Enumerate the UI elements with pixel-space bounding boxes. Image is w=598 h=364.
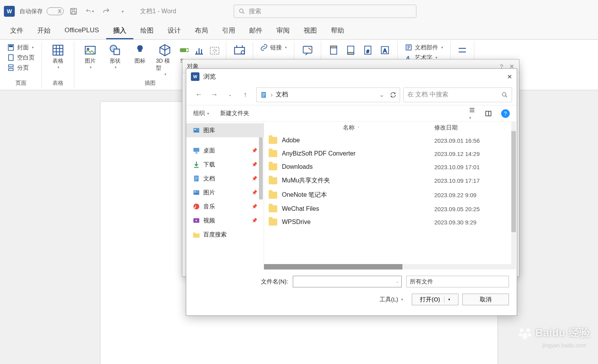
organize-button[interactable]: 组织▾ [193,110,209,117]
save-icon[interactable] [69,7,78,16]
tree-item-downloads[interactable]: 下载📌 [186,158,264,172]
filename-input[interactable]: ⌄ [293,276,402,287]
shapes-icon [108,44,122,57]
page-number-button[interactable]: # [360,43,376,58]
refresh-icon[interactable] [390,91,397,98]
tab-view[interactable]: 视图 [297,23,324,39]
file-filter-dropdown[interactable]: 所有文件 [406,276,509,287]
word-file-icon: W [191,72,199,81]
help-button[interactable]: ? [501,109,510,118]
list-item[interactable]: Downloads2023.10.09 17:01 [264,160,517,173]
chevron-down-icon[interactable]: ⌄ [379,91,384,98]
desktop-icon [192,147,200,154]
nav-up-button[interactable]: ↑ [238,88,253,102]
link-button[interactable]: 链接▾ [258,43,289,52]
qat-customize-icon[interactable]: ▾ [118,7,127,16]
svg-text:#: # [367,49,369,54]
titlebar: W 自动保存 关 ▾ ▾ 文档1 - Word 搜索 [0,0,598,23]
search-icon [239,8,245,14]
close-icon[interactable]: ✕ [507,73,512,80]
column-date[interactable]: 修改日期 [434,124,512,131]
nav-forward-button[interactable]: → [206,88,222,102]
breadcrumb-item[interactable]: 文档 [276,91,288,99]
svg-rect-10 [114,49,119,54]
group-table: 表格▾ 表格 [42,41,74,88]
list-item[interactable]: MuMu共享文件夹2023.10.09 17:17 [264,173,517,188]
nav-recent-dropdown[interactable]: ⌄ [222,88,238,102]
horizontal-scrollbar[interactable] [264,264,511,270]
tree-item-desktop[interactable]: 桌面📌 [186,144,264,158]
browse-search-input[interactable]: 在 文档 中搜索 [403,88,512,102]
doc-parts-button[interactable]: 文档部件▾ [402,43,446,52]
header-button[interactable] [326,43,341,58]
icons-button[interactable]: 图标 [129,43,151,78]
cancel-button[interactable]: 取消 [462,294,509,305]
tab-officeplus[interactable]: OfficePLUS [58,23,106,38]
picture-icon [192,126,200,134]
picture-button[interactable]: 图片▾ [79,43,101,78]
tab-review[interactable]: 审阅 [269,23,297,39]
tab-draw[interactable]: 绘图 [133,23,161,39]
textbox-button[interactable]: A [377,43,393,58]
comment-button[interactable] [299,43,316,58]
svg-rect-18 [330,46,337,48]
browse-body: 图库 桌面📌 下载📌 文档📌 图片📌 音乐📌 [186,122,517,270]
undo-icon[interactable]: ▾ [86,7,94,16]
document-icon [192,175,200,182]
tree-item-documents[interactable]: 文档📌 [186,172,264,186]
tab-help[interactable]: 帮助 [324,23,351,39]
tab-design[interactable]: 设计 [161,23,188,39]
autosave-toggle[interactable]: 关 [47,7,64,15]
page-number-icon: # [361,44,374,57]
tab-file[interactable]: 文件 [3,23,30,39]
search-input[interactable]: 搜索 [234,5,416,18]
nav-back-button[interactable]: ← [191,88,206,102]
tree-item-gallery[interactable]: 图库 [186,123,264,137]
tree-scrollbar[interactable] [259,137,263,200]
tools-dropdown[interactable]: 工具(L)▾ [379,296,403,303]
tab-references[interactable]: 引用 [215,23,242,39]
tree-item-pictures[interactable]: 图片📌 [186,186,264,200]
list-item[interactable]: OneNote 笔记本2023.09.22 9:09 [264,188,517,202]
table-button[interactable]: 表格▾ [47,43,69,70]
svg-point-28 [502,93,506,96]
shapes-button[interactable]: 形状▾ [104,43,126,78]
pin-icon: 📌 [252,190,257,195]
tab-layout[interactable]: 布局 [188,23,215,39]
footer-button[interactable] [343,43,358,58]
folder-icon [269,192,277,199]
cover-page-button[interactable]: 封面▾ [5,43,37,52]
download-icon [192,161,200,168]
column-name[interactable]: 名称⌃ [269,124,434,131]
list-item[interactable]: Adobe2023.09.01 16:56 [264,134,517,147]
open-button[interactable]: 打开(O)▾ [412,294,458,305]
breadcrumb-bar[interactable]: › 文档 ⌄ [256,88,400,102]
footer-icon [344,44,357,57]
folder-icon [269,219,277,226]
blank-page-button[interactable]: 空白页 [5,53,37,62]
new-folder-button[interactable]: 新建文件夹 [220,110,249,117]
tree-item-baidu[interactable]: 百度搜索 [186,228,264,242]
filename-label: 文件名(N): [261,278,288,285]
svg-rect-5 [9,55,13,61]
pin-icon: 📌 [252,162,257,167]
tab-mailings[interactable]: 邮件 [242,23,269,39]
tab-insert[interactable]: 插入 [106,23,133,39]
equation-button[interactable] [455,43,469,58]
addins-button[interactable] [231,43,248,58]
comment-icon [301,44,314,57]
page-break-button[interactable]: 分页 [5,63,37,72]
redo-icon[interactable] [102,7,110,16]
view-mode-button[interactable]: ▾ [469,107,476,121]
tab-home[interactable]: 开始 [30,23,58,39]
folder-icon [269,177,277,184]
tree-item-videos[interactable]: 视频📌 [186,214,264,228]
3dmodel-button[interactable]: 3D 模型▾ [154,43,176,78]
tree-item-music[interactable]: 音乐📌 [186,200,264,214]
list-item[interactable]: WeChat Files2023.09.05 20:25 [264,202,517,215]
list-scrollbar[interactable] [511,122,516,270]
svg-text:A: A [383,47,387,54]
preview-pane-button[interactable] [485,110,492,117]
list-item[interactable]: AnyBizSoft PDF Converter2023.09.12 14:29 [264,147,517,160]
list-item[interactable]: WPSDrive2023.09.30 9:29 [264,215,517,229]
